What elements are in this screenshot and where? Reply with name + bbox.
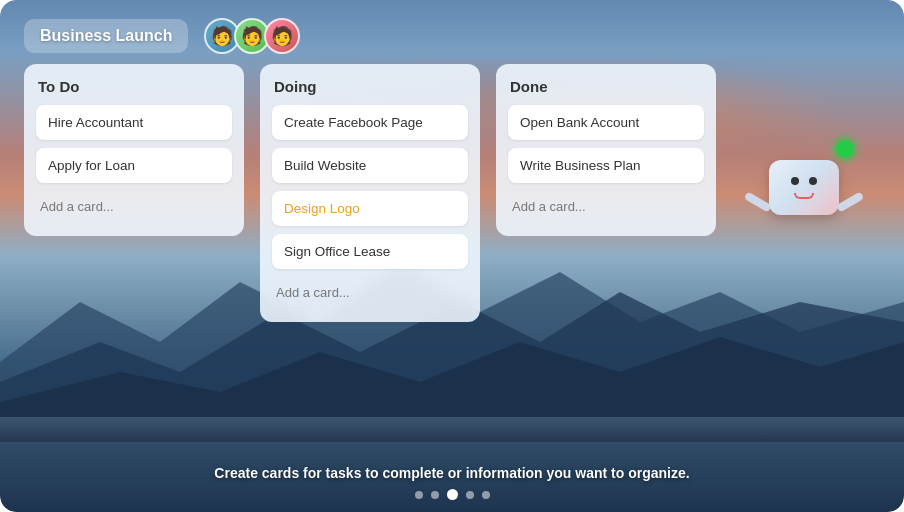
pagination-dots <box>415 489 490 500</box>
board-title: Business Launch <box>40 27 172 44</box>
add-card-doing[interactable]: Add a card... <box>272 277 468 308</box>
board-title-badge[interactable]: Business Launch <box>24 19 188 53</box>
footer-text: Create cards for tasks to complete or in… <box>214 465 689 481</box>
dot-4[interactable] <box>466 491 474 499</box>
column-todo-header: To Do <box>36 78 232 95</box>
column-doing: Doing Create Facebook Page Build Website… <box>260 64 480 322</box>
column-doing-header: Doing <box>272 78 468 95</box>
add-card-todo[interactable]: Add a card... <box>36 191 232 222</box>
column-done-header: Done <box>508 78 704 95</box>
card-sign-office-lease[interactable]: Sign Office Lease <box>272 234 468 269</box>
bottom-bar: Create cards for tasks to complete or in… <box>0 453 904 512</box>
dot-5[interactable] <box>482 491 490 499</box>
dot-1[interactable] <box>415 491 423 499</box>
robot-arm-right <box>836 192 864 213</box>
add-card-done[interactable]: Add a card... <box>508 191 704 222</box>
robot-arm-left <box>744 192 772 213</box>
robot-eye-left <box>791 177 799 185</box>
card-write-business-plan[interactable]: Write Business Plan <box>508 148 704 183</box>
card-facebook-page[interactable]: Create Facebook Page <box>272 105 468 140</box>
robot-body <box>769 160 839 215</box>
robot-eye-right <box>809 177 817 185</box>
card-design-logo[interactable]: Design Logo <box>272 191 468 226</box>
column-done: Done Open Bank Account Write Business Pl… <box>496 64 716 236</box>
dot-2[interactable] <box>431 491 439 499</box>
robot-mouth <box>794 193 814 199</box>
card-apply-loan[interactable]: Apply for Loan <box>36 148 232 183</box>
robot-status-indicator <box>836 140 854 158</box>
avatars-group: 🧑 🧑 🧑 <box>204 18 300 54</box>
avatar-3[interactable]: 🧑 <box>264 18 300 54</box>
card-build-website[interactable]: Build Website <box>272 148 468 183</box>
robot-mascot <box>734 140 874 300</box>
card-hire-accountant[interactable]: Hire Accountant <box>36 105 232 140</box>
card-open-bank[interactable]: Open Bank Account <box>508 105 704 140</box>
robot-eyes <box>791 177 817 185</box>
dot-3[interactable] <box>447 489 458 500</box>
header: Business Launch 🧑 🧑 🧑 <box>0 0 904 64</box>
background: Business Launch 🧑 🧑 🧑 To Do Hire Account… <box>0 0 904 512</box>
column-todo: To Do Hire Accountant Apply for Loan Add… <box>24 64 244 236</box>
